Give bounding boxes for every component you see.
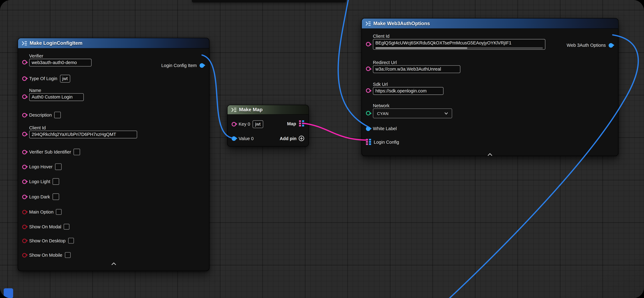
node-header-make-web3auth-options[interactable]: Make Web3AuthOptions (362, 18, 618, 29)
viewport-frame: Make LoginConfigItem Login Config Item V… (0, 0, 644, 298)
string-pin[interactable] (22, 164, 27, 169)
output-row-map: Map (287, 120, 304, 126)
pin-row-verifier-sub-identifier: Verifier Sub Identifier (18, 148, 209, 156)
string-pin[interactable] (22, 94, 27, 99)
show-on-desktop-checkbox[interactable] (68, 238, 74, 244)
string-pin[interactable] (22, 60, 27, 64)
client-id-scrollbar[interactable] (375, 47, 543, 49)
collapse-node-button[interactable] (488, 153, 492, 156)
show-on-modal-checkbox[interactable] (64, 224, 70, 230)
string-pin[interactable] (22, 113, 27, 117)
client-id-text: BEglQSgt4cUWcj6SKRdu5QkOXTsePmMcusG5EAoy… (375, 40, 543, 46)
pin-label: Client Id (29, 125, 137, 130)
pin-row-redirect-url: Redirect Url w3a://com.w3a.Web3AuthUnrea… (362, 60, 618, 73)
chevron-down-icon (444, 112, 448, 114)
pin-row-logo-dark: Logo Dark (18, 192, 209, 201)
pin-label: White Label (373, 126, 397, 131)
pin-label: Client Id (373, 34, 546, 39)
pin-row-network: Network CYAN (362, 103, 618, 118)
logo-light-input[interactable] (53, 178, 59, 185)
node-header-make-map[interactable]: Make Map (228, 105, 308, 115)
collapse-node-button[interactable] (111, 262, 116, 265)
client-id-input[interactable]: 294QRkchfq2YaXUbPri7D6PH7xzHgQMT (29, 130, 137, 138)
network-dropdown[interactable]: CYAN (373, 108, 452, 118)
pin-row-main-option: Main Option (18, 208, 209, 216)
node-make-web3auth-options[interactable]: Make Web3AuthOptions Web 3Auth Options C… (362, 18, 618, 156)
pin-row-logo-hover: Logo Hover (18, 162, 209, 171)
node-header-make-login-config-item[interactable]: Make LoginConfigItem (18, 38, 209, 48)
show-on-mobile-checkbox[interactable] (65, 252, 70, 258)
struct-pin[interactable] (366, 126, 370, 131)
string-pin[interactable] (22, 179, 27, 184)
output-pin-label: Map (287, 121, 296, 126)
make-struct-icon (22, 41, 27, 45)
string-pin[interactable] (366, 88, 370, 93)
node-title: Make LoginConfigItem (30, 40, 82, 46)
bool-pin[interactable] (22, 224, 27, 229)
node-make-map[interactable]: Make Map Key 0 jwt Value 0 Map A (227, 105, 309, 147)
pin-label: Logo Dark (29, 194, 50, 199)
pin-label: Show On Mobile (29, 253, 62, 258)
pin-row-show-on-modal: Show On Modal (18, 222, 209, 231)
key0-input[interactable]: jwt (253, 120, 263, 128)
struct-output-pin[interactable] (608, 43, 613, 48)
pin-row-show-on-desktop: Show On Desktop (18, 236, 209, 245)
main-option-checkbox[interactable] (56, 209, 62, 215)
string-pin[interactable] (366, 42, 370, 46)
pin-label: Name (29, 88, 84, 93)
pin-label: Key 0 (238, 122, 250, 126)
pin-label: Verifier Sub Identifier (29, 150, 71, 154)
node-title: Make Map (239, 107, 262, 112)
map-pin-icon[interactable] (299, 120, 304, 126)
scrollbar-thumb[interactable] (375, 47, 468, 49)
pin-row-sdk-url: Sdk Url https://sdk.openlogin.com (362, 82, 618, 95)
pin-row-client-id: Client Id 294QRkchfq2YaXUbPri7D6PH7xzHgQ… (18, 125, 209, 138)
pin-label: Logo Hover (29, 164, 52, 169)
pin-label: Show On Desktop (29, 238, 66, 243)
pin-row-logo-light: Logo Light (18, 177, 209, 186)
pin-label: Logo Light (29, 179, 50, 184)
name-input[interactable]: Auth0 Custom Login (29, 93, 84, 101)
pin-row-type-of-login: Type Of Login jwt (18, 74, 209, 83)
type-of-login-input[interactable]: jwt (60, 74, 70, 82)
map-pin-icon[interactable] (366, 139, 371, 145)
string-pin[interactable] (232, 122, 236, 126)
blueprint-editor: Make LoginConfigItem Login Config Item V… (0, 0, 644, 298)
pin-row-white-label: White Label (362, 126, 618, 132)
string-pin[interactable] (22, 150, 27, 154)
pin-label: Value 0 (238, 136, 254, 141)
string-pin[interactable] (22, 194, 27, 199)
redirect-url-input[interactable]: w3a://com.w3a.Web3AuthUnreal (373, 65, 460, 73)
offscreen-node-edge[interactable] (192, 0, 346, 2)
pin-row-show-on-mobile: Show On Mobile (18, 250, 209, 260)
pin-label: Type Of Login (29, 76, 57, 81)
sdk-url-input[interactable]: https://sdk.openlogin.com (373, 87, 444, 95)
pin-label: Description (29, 112, 52, 118)
bool-pin[interactable] (22, 253, 27, 257)
verifier-sub-identifier-input[interactable] (74, 149, 80, 155)
node-make-login-config-item[interactable]: Make LoginConfigItem Login Config Item V… (18, 38, 210, 271)
enum-pin[interactable] (366, 111, 370, 115)
description-input[interactable] (54, 112, 61, 118)
add-pin-icon (298, 136, 304, 141)
struct-output-pin[interactable] (200, 63, 204, 68)
pin-label: Network (373, 103, 452, 108)
pin-label: Redirect Url (373, 60, 460, 65)
struct-pin[interactable] (232, 136, 236, 141)
client-id-input[interactable]: BEglQSgt4cUWcj6SKRdu5QkOXTsePmMcusG5EAoy… (373, 39, 546, 50)
string-pin[interactable] (22, 76, 27, 81)
offscreen-blue-node[interactable] (4, 288, 13, 298)
bool-pin[interactable] (22, 210, 27, 214)
string-pin[interactable] (366, 66, 370, 71)
verifier-input[interactable]: web3auth-auth0-demo (29, 59, 92, 66)
pin-label: Main Option (29, 210, 54, 214)
add-pin-button[interactable]: Add pin (280, 136, 304, 141)
output-row-web3auth-options: Web 3Auth Options (567, 43, 613, 48)
logo-hover-input[interactable] (55, 164, 62, 170)
logo-dark-input[interactable] (52, 194, 59, 200)
make-map-icon (231, 108, 236, 112)
add-pin-label: Add pin (280, 136, 296, 141)
string-pin[interactable] (22, 132, 27, 136)
pin-label: Sdk Url (373, 82, 444, 87)
bool-pin[interactable] (22, 238, 27, 243)
